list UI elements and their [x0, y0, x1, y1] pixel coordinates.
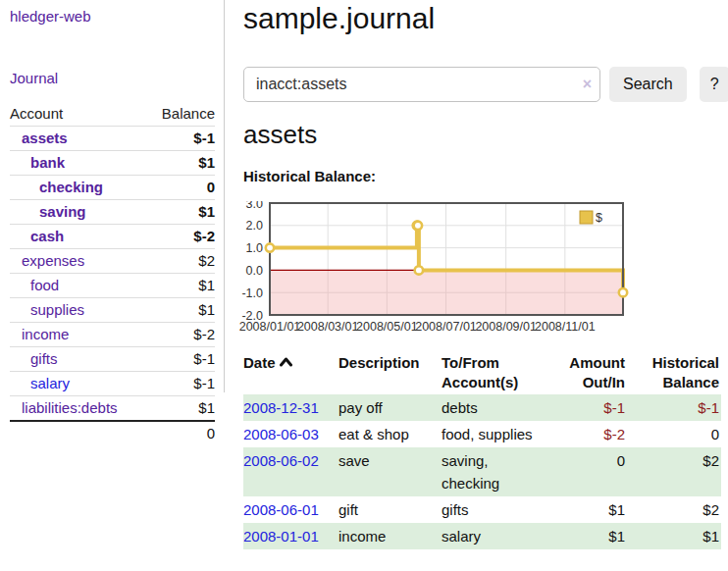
sidebar-divider	[224, 0, 225, 392]
account-link-supplies[interactable]: supplies	[30, 301, 84, 318]
account-link-food[interactable]: food	[30, 277, 59, 293]
transaction-accounts: debts	[442, 394, 552, 421]
transaction-balance: $2	[633, 496, 721, 523]
account-row-income: income $-2	[10, 322, 215, 346]
brand-link[interactable]: hledger-web	[10, 8, 91, 25]
account-balance: $1	[147, 199, 215, 224]
transaction-description: eat & shop	[338, 421, 442, 447]
transaction-balance: 0	[633, 421, 721, 447]
transaction-date-link[interactable]: 2008-06-03	[243, 426, 319, 442]
account-heading: assets	[243, 120, 317, 150]
svg-text:0.0: 0.0	[246, 264, 263, 278]
account-balance: $1	[147, 150, 215, 175]
transaction-balance: $2	[633, 447, 721, 496]
svg-text:2.0: 2.0	[246, 219, 263, 233]
account-link-bank[interactable]: bank	[30, 154, 65, 171]
accounts-table: Account Balance assets $-1 bank $1 check…	[10, 102, 215, 445]
search-input[interactable]	[243, 67, 600, 102]
register-col-description: Description	[338, 351, 442, 394]
transaction-amount: $-2	[552, 421, 633, 447]
transaction-date-link[interactable]: 2008-06-01	[243, 501, 319, 518]
transaction-description: save	[338, 447, 442, 496]
accounts-total-value: 0	[147, 421, 215, 445]
account-link-income[interactable]: income	[22, 326, 69, 342]
register-table: Date Description To/From Account(s) Amou…	[243, 351, 721, 549]
account-balance: $1	[147, 297, 215, 322]
account-row-cash: cash $-2	[10, 224, 215, 248]
account-row-gifts: gifts $-1	[10, 346, 215, 371]
account-link-checking[interactable]: checking	[39, 179, 103, 195]
register-row: 2008-06-02 save saving, checking 0 $2	[243, 447, 721, 496]
account-link-cash[interactable]: cash	[30, 228, 64, 244]
register-col-accounts: To/From Account(s)	[442, 351, 552, 394]
accounts-total-row: 0	[10, 421, 215, 445]
transaction-date-link[interactable]: 2008-06-02	[243, 452, 319, 469]
account-balance: $1	[147, 273, 215, 297]
svg-text:2008/09/01: 2008/09/01	[475, 320, 537, 334]
account-balance: $-2	[147, 224, 215, 248]
transaction-accounts: saving, checking	[442, 447, 552, 496]
svg-text:2008/01/01: 2008/01/01	[239, 320, 301, 334]
transaction-amount: $1	[552, 523, 633, 549]
historical-balance-chart[interactable]: $3.02.01.00.0-1.0-2.02008/01/012008/03/0…	[236, 201, 658, 342]
svg-text:2008/05/01: 2008/05/01	[356, 320, 418, 334]
balance-chart-svg: $3.02.01.00.0-1.0-2.02008/01/012008/03/0…	[236, 201, 658, 338]
help-button[interactable]: ?	[700, 67, 728, 102]
svg-text:3.0: 3.0	[246, 201, 263, 211]
account-row-supplies: supplies $1	[10, 297, 215, 322]
transaction-date-link[interactable]: 2008-01-01	[243, 528, 319, 545]
transaction-description: income	[338, 523, 442, 549]
chart-title: Historical Balance:	[243, 168, 376, 184]
accounts-col-balance: Balance	[147, 102, 215, 126]
account-row-assets: assets $-1	[10, 126, 215, 150]
transaction-description: gift	[338, 496, 442, 523]
register-row: 2008-01-01 income salary $1 $1	[243, 523, 721, 549]
transaction-accounts: gifts	[442, 496, 552, 523]
register-row: 2008-06-03 eat & shop food, supplies $-2…	[243, 421, 721, 447]
svg-text:$: $	[596, 211, 602, 225]
accounts-col-account: Account	[10, 102, 147, 126]
register-col-balance: Historical Balance	[633, 351, 721, 394]
transaction-date-link[interactable]: 2008-12-31	[243, 399, 319, 416]
account-balance: 0	[147, 175, 215, 199]
svg-text:1.0: 1.0	[246, 241, 263, 255]
register-row: 2008-06-01 gift gifts $1 $2	[243, 496, 721, 523]
register-col-amount: Amount Out/In	[552, 351, 633, 394]
account-balance: $1	[147, 395, 215, 421]
accounts-header-row: Account Balance	[10, 102, 215, 126]
account-link-salary[interactable]: salary	[30, 375, 70, 391]
search-input-wrap: ×	[243, 67, 600, 102]
page-title: sample.journal	[243, 2, 435, 35]
register-header-row: Date Description To/From Account(s) Amou…	[243, 351, 721, 394]
svg-text:2008/07/01: 2008/07/01	[415, 320, 477, 334]
account-link-assets[interactable]: assets	[22, 130, 68, 146]
register-col-date[interactable]: Date	[243, 351, 338, 394]
account-link-expenses[interactable]: expenses	[22, 252, 84, 269]
svg-text:2008/03/01: 2008/03/01	[297, 320, 359, 334]
transaction-description: pay off	[338, 394, 442, 421]
account-balance: $-1	[147, 371, 215, 395]
svg-text:-1.0: -1.0	[241, 286, 263, 300]
transaction-balance: $-1	[633, 394, 721, 421]
transaction-amount: $1	[552, 496, 633, 523]
transaction-accounts: salary	[442, 523, 552, 549]
account-row-saving: saving $1	[10, 199, 215, 224]
svg-text:2008/11/01: 2008/11/01	[535, 320, 596, 334]
sort-asc-icon	[280, 357, 292, 367]
account-balance: $-2	[147, 322, 215, 346]
account-link-saving[interactable]: saving	[39, 203, 86, 220]
account-row-food: food $1	[10, 273, 215, 297]
sidebar-item-journal[interactable]: Journal	[10, 70, 58, 86]
transaction-amount: $-1	[552, 394, 633, 421]
search-button[interactable]: Search	[609, 67, 687, 102]
account-link-gifts[interactable]: gifts	[30, 350, 58, 367]
clear-search-icon[interactable]: ×	[583, 75, 592, 94]
transaction-accounts: food, supplies	[442, 421, 552, 447]
search-bar: × Search ?	[243, 67, 728, 102]
account-link-liabilities-debts[interactable]: liabilities:debts	[22, 399, 118, 416]
account-row-bank: bank $1	[10, 150, 215, 175]
account-row-expenses: expenses $2	[10, 248, 215, 273]
account-row-salary: salary $-1	[10, 371, 215, 395]
transaction-amount: 0	[552, 447, 633, 496]
account-balance: $-1	[147, 346, 215, 371]
